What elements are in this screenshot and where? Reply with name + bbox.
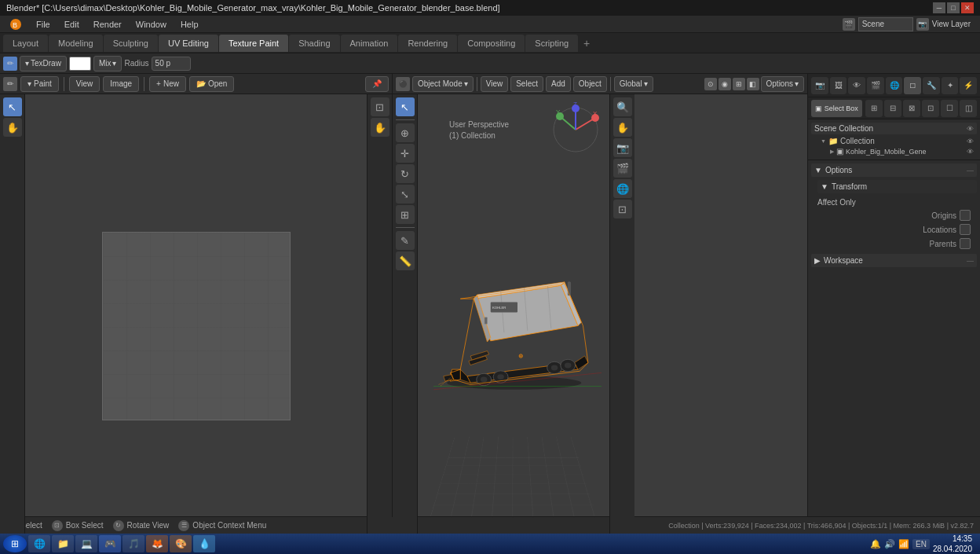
vp-select-tool[interactable]: ↖ — [396, 97, 415, 116]
vp-render-preview[interactable]: 🎬 — [613, 159, 632, 178]
vp-rotate-tool[interactable]: ↻ — [396, 164, 415, 183]
vp-measure-tool[interactable]: 📏 — [396, 251, 415, 270]
tab-animation[interactable]: Animation — [341, 35, 398, 52]
vp-transform-tool[interactable]: ⊞ — [396, 205, 415, 224]
prop-tool-6[interactable]: ◫ — [960, 100, 977, 117]
menu-render[interactable]: Render — [87, 18, 128, 31]
prop-render-icon[interactable]: 📷 — [811, 77, 828, 94]
paint-btn[interactable]: ▾ TexDraw — [20, 56, 67, 72]
prop-tool-1[interactable]: ⊞ — [865, 100, 883, 117]
vp-global-btn[interactable]: Global ▾ — [614, 76, 653, 92]
vp-scene[interactable]: User Perspective (1) Collection — [418, 94, 609, 554]
menu-window[interactable]: Window — [130, 18, 173, 31]
tab-sculpting[interactable]: Sculpting — [104, 35, 158, 52]
uv-new-btn[interactable]: + New — [149, 76, 186, 92]
vp-add-btn[interactable]: Add — [546, 76, 571, 92]
uv-zoom-fit[interactable]: ⊡ — [371, 97, 389, 116]
prop-tool-4[interactable]: ⊡ — [922, 100, 939, 117]
vp-scale-tool[interactable]: ⤡ — [396, 185, 415, 204]
tab-layout[interactable]: Layout — [3, 35, 48, 52]
vp-gizmo-icon[interactable]: ⊞ — [733, 78, 745, 90]
taskbar-ie[interactable]: 🌐 — [28, 535, 50, 552]
taskbar-app1[interactable]: 🎮 — [99, 535, 121, 552]
taskbar-app2[interactable]: 🎵 — [122, 535, 144, 552]
vp-object-btn[interactable]: Object — [573, 76, 607, 92]
taskbar-computer[interactable]: 💻 — [75, 535, 97, 552]
vp-overlay-icon-2[interactable]: ◉ — [719, 78, 731, 90]
options-section-header[interactable]: ▼ Options — — [811, 163, 977, 177]
kohler-item[interactable]: ▶ ▣ Kohler_Big_Mobile_Gene 👁 — [811, 146, 977, 156]
vp-move-tool[interactable]: ✛ — [396, 144, 415, 163]
color-swatch[interactable] — [69, 57, 91, 71]
prop-physics-icon[interactable]: ⚡ — [960, 77, 977, 94]
close-button[interactable]: ✕ — [961, 2, 974, 13]
vp-camera-tool[interactable]: 📷 — [613, 138, 632, 157]
kohler-eye[interactable]: 👁 — [967, 148, 974, 156]
prop-tool-5[interactable]: ☐ — [941, 100, 958, 117]
vp-zoom-tool[interactable]: 🔍 — [613, 97, 632, 116]
language-indicator[interactable]: EN — [912, 539, 930, 549]
locations-checkbox[interactable] — [960, 224, 971, 235]
workspace-section-header[interactable]: ▶ Workspace — — [811, 254, 977, 267]
options-collapse[interactable]: — — [967, 167, 974, 174]
menu-help[interactable]: Help — [174, 18, 205, 31]
tab-texture-paint[interactable]: Texture Paint — [219, 35, 288, 52]
blender-logo-menu[interactable]: B — [3, 17, 28, 32]
uv-image-btn[interactable]: Image — [103, 76, 139, 92]
prop-particles-icon[interactable]: ✦ — [942, 77, 959, 94]
maximize-button[interactable]: □ — [947, 2, 960, 13]
workspace-collapse[interactable]: — — [967, 257, 974, 265]
tab-rendering[interactable]: Rendering — [398, 35, 457, 52]
uv-hand-tool[interactable]: ✋ — [371, 118, 389, 137]
vp-overlay-icon-1[interactable]: ⊙ — [704, 78, 717, 90]
uv-view-btn[interactable]: View — [69, 76, 101, 92]
vp-cursor-tool[interactable]: ⊕ — [396, 123, 415, 142]
taskbar-explorer[interactable]: 📁 — [52, 535, 74, 552]
radius-input[interactable] — [152, 57, 191, 71]
prop-tool-3[interactable]: ⊠ — [903, 100, 920, 117]
menu-edit[interactable]: Edit — [58, 18, 86, 31]
tab-shading[interactable]: Shading — [289, 35, 339, 52]
vp-world-tool[interactable]: 🌐 — [613, 179, 632, 198]
vp-view-btn[interactable]: View — [481, 76, 509, 92]
uv-open-btn[interactable]: 📂 Open — [189, 76, 234, 92]
vp-options-btn[interactable]: Options ▾ — [761, 76, 804, 92]
uv-grab-tool[interactable]: ✋ — [3, 118, 22, 137]
tab-uv-editing[interactable]: UV Editing — [159, 35, 218, 52]
minimize-button[interactable]: ─ — [933, 2, 945, 13]
collection-eye[interactable]: 👁 — [967, 138, 974, 145]
uv-pin-btn[interactable]: 📌 — [365, 76, 389, 92]
prop-world-icon[interactable]: 🌐 — [886, 77, 903, 94]
orientation-gizmo[interactable]: X Y Z — [548, 102, 603, 157]
vp-xray-icon[interactable]: ◧ — [747, 78, 759, 90]
taskbar-blender[interactable]: 🎨 — [170, 535, 192, 552]
vp-object-mode-btn[interactable]: Object Mode ▾ — [412, 76, 474, 92]
tab-compositing[interactable]: Compositing — [458, 35, 525, 52]
parents-checkbox[interactable] — [960, 238, 971, 249]
blend-mode-btn[interactable]: Mix ▾ — [93, 56, 122, 72]
start-button[interactable]: ⊞ — [3, 535, 27, 552]
prop-output-icon[interactable]: 🖼 — [830, 77, 847, 94]
taskbar-app3[interactable]: 💧 — [193, 535, 215, 552]
prop-tool-2[interactable]: ⊟ — [884, 100, 901, 117]
scene-collection-eye[interactable]: 👁 — [967, 125, 974, 133]
tab-modeling[interactable]: Modeling — [49, 35, 103, 52]
tab-scripting[interactable]: Scripting — [525, 35, 578, 52]
taskbar-firefox[interactable]: 🦊 — [146, 535, 168, 552]
scene-input[interactable] — [858, 17, 913, 31]
vp-annotate-tool[interactable]: ✎ — [396, 231, 415, 250]
uv-cursor-tool[interactable]: ↖ — [3, 97, 22, 116]
menu-file[interactable]: File — [30, 18, 57, 31]
vp-select-btn[interactable]: Select — [510, 76, 543, 92]
transform-section-header[interactable]: ▼ Transform — [817, 180, 977, 193]
uv-paint-btn[interactable]: ▾ Paint — [20, 76, 59, 92]
collection-item[interactable]: ▼ 📁 Collection 👁 — [811, 136, 977, 146]
add-workspace-button[interactable]: + — [579, 35, 594, 51]
prop-view-icon[interactable]: 👁 — [848, 77, 865, 94]
vp-pan-tool[interactable]: ✋ — [613, 118, 632, 137]
prop-scene-icon[interactable]: 🎬 — [867, 77, 884, 94]
prop-modifier-icon[interactable]: 🔧 — [923, 77, 940, 94]
prop-select-box-icon[interactable]: ▣ Select Box — [811, 100, 862, 117]
prop-object-icon[interactable]: □ — [904, 77, 921, 94]
vp-overlay-tool[interactable]: ⊡ — [613, 200, 632, 218]
